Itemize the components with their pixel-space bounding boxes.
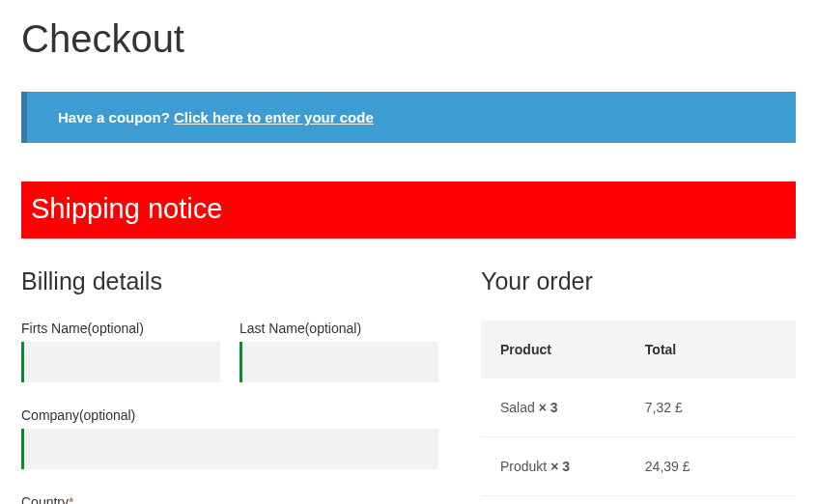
order-header-row: Product Total [481, 321, 796, 378]
billing-heading: Billing details [21, 267, 438, 295]
first-name-label: Firts Name(optional) [21, 321, 220, 336]
order-header-product: Product [500, 342, 645, 357]
company-input[interactable] [21, 429, 438, 469]
order-heading: Your order [481, 267, 796, 295]
order-header-total: Total [645, 342, 776, 357]
order-row: Salad × 3 7,32 £ [481, 378, 796, 437]
shipping-notice: Shipping notice [21, 182, 796, 238]
first-name-input[interactable] [21, 342, 220, 382]
coupon-link[interactable]: Click here to enter your code [174, 109, 374, 126]
order-item-total: 7,32 £ [645, 400, 776, 415]
last-name-input[interactable] [239, 342, 438, 382]
company-label: Company(optional) [21, 407, 438, 423]
order-item-total: 24,39 £ [645, 459, 776, 474]
coupon-prompt: Have a coupon? [58, 109, 174, 126]
order-table: Product Total Salad × 3 7,32 £ Produkt ×… [481, 321, 796, 496]
order-item-name: Salad × 3 [500, 400, 645, 415]
coupon-banner: Have a coupon? Click here to enter your … [21, 92, 796, 143]
order-row: Produkt × 3 24,39 £ [481, 437, 796, 496]
page-title: Checkout [21, 17, 796, 61]
last-name-label: Last Name(optional) [239, 321, 438, 336]
country-label: Country* [21, 494, 438, 504]
order-item-name: Produkt × 3 [500, 459, 645, 474]
